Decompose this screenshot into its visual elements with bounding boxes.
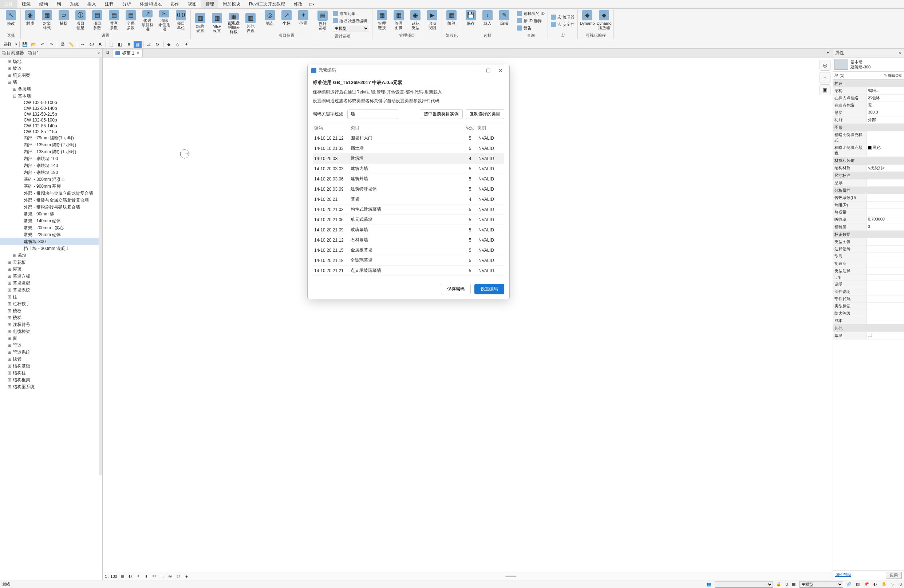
props-close-icon[interactable]: × [899, 50, 902, 56]
ribbon-项目-单位[interactable]: 0.0项目单位 [173, 9, 189, 32]
menu-协作[interactable]: 协作 [166, 0, 183, 8]
tree-node[interactable]: ⊞ 柱 [0, 294, 102, 301]
sun-path-icon[interactable]: ☀ [136, 574, 141, 579]
qat-switch-icon[interactable]: ⇄ [145, 41, 153, 48]
qat-ext2-icon[interactable]: ◇ [174, 41, 182, 48]
status-select-underlay-icon[interactable]: ▨ [855, 582, 861, 587]
prop-row[interactable]: 厚度300.0 [833, 109, 904, 117]
qat-3d-icon[interactable]: ⬚ [107, 41, 115, 48]
prop-group-header[interactable]: 材质和装饰 [833, 157, 904, 164]
tree-node[interactable]: ⊞ 坡道 [0, 65, 102, 72]
prop-row[interactable]: 类型标记 [833, 303, 904, 310]
prop-row[interactable]: 制造商 [833, 260, 904, 268]
ribbon-项目-信息[interactable]: ⓘ项目信息 [73, 9, 89, 32]
nav-wheel-icon[interactable]: ◎ [820, 60, 830, 71]
prop-group-header[interactable]: 其他 [833, 325, 904, 332]
qat-ext1-icon[interactable]: ◆ [165, 41, 173, 48]
tree-node[interactable]: ⊞ 屋顶 [0, 266, 102, 273]
tree-node[interactable]: 常规 - 200mm - 实心 [0, 224, 102, 232]
qat-measure-icon[interactable]: 📏 [67, 41, 75, 48]
tree-node[interactable]: ⊞ 叠层墙 [0, 86, 102, 93]
temp-hide-icon[interactable]: ◎ [175, 574, 181, 579]
prop-row[interactable]: URL [833, 275, 904, 281]
tree-node[interactable]: ⊞ 幕墙 [0, 252, 102, 259]
view-options-icon[interactable]: ▾ [825, 50, 831, 57]
reveal-icon[interactable]: ◈ [183, 574, 189, 579]
resize-grip[interactable] [505, 575, 516, 577]
qat-text-icon[interactable]: A [96, 41, 104, 48]
tree-node[interactable]: 常规 - 225mm 砌体 [0, 232, 102, 238]
copy-selected-button[interactable]: 复制选择的类目 [466, 109, 504, 119]
ribbon-贴花-类型[interactable]: ◉贴花类型 [408, 9, 424, 32]
tree-node[interactable]: ⊞ 注释符号 [0, 321, 102, 328]
menu-overflow-icon[interactable]: ▢▾ [307, 2, 316, 6]
filter-input[interactable] [347, 110, 398, 119]
ribbon-地点[interactable]: ◎地点 [262, 9, 278, 32]
qat-sync-icon[interactable]: ⟳ [153, 41, 162, 48]
prop-row[interactable]: 粗糙度3 [833, 224, 904, 231]
ribbon-Dynamo-播放器[interactable]: ◆Dynamo播放器 [596, 9, 612, 32]
code-table-row[interactable]: 14-10.20.21.09玻璃幕墙5INVALID [313, 225, 504, 235]
prop-row[interactable]: 热质量 [833, 209, 904, 216]
status-editable-icon[interactable]: 🔓 [776, 582, 782, 587]
prop-row[interactable]: 类型图像 [833, 238, 904, 246]
tree-node[interactable]: 常规 - 140mm 砌体 [0, 218, 102, 224]
props-help-link[interactable]: 属性帮助 [835, 572, 851, 579]
prop-row[interactable]: 结构材质<按类别> [833, 164, 904, 172]
prop-group-header[interactable]: 构造 [833, 80, 904, 87]
tree-node[interactable]: ⊞ 结构框架 [0, 377, 102, 383]
menu-分析[interactable]: 分析 [118, 0, 136, 8]
status-filter-icon[interactable]: ▽ [890, 582, 896, 587]
tree-node[interactable]: 外部 - 带砖与金属立筋龙骨复合墙 [0, 197, 102, 204]
tree-node[interactable]: ⊞ 填充图案 [0, 72, 102, 79]
menu-插入[interactable]: 插入 [83, 0, 101, 8]
prop-group-header[interactable]: 标识数据 [833, 231, 904, 238]
code-table-row[interactable]: 14-10.20.21.03构件式建筑幕墙5INVALID [313, 205, 504, 215]
prop-row[interactable]: 注释记号 [833, 246, 904, 253]
tree-node[interactable]: CW 102-85-100p [0, 117, 102, 123]
tree-node[interactable]: CW 102-50-140p [0, 106, 102, 111]
status-drag-icon[interactable]: ✋ [881, 582, 887, 587]
type-selector[interactable]: 基本墙 建筑墙-300 [833, 57, 904, 72]
tree-node[interactable]: ⊞ 窗 [0, 335, 102, 342]
tree-node[interactable]: 基础 - 300mm 混凝土 [0, 176, 102, 183]
menu-修改[interactable]: 修改 [289, 0, 307, 8]
crop-region-icon[interactable]: ⬚ [160, 574, 165, 579]
ribbon-捕捉[interactable]: ⊃捕捉 [56, 9, 72, 32]
crop-icon[interactable]: ✂ [152, 574, 157, 579]
prop-row[interactable]: 部件代码 [833, 295, 904, 303]
tree-node[interactable]: 内部 - 砌块墙 190 [0, 169, 102, 176]
ribbon-vlist-宏 安全性[interactable]: 宏 安全性 [551, 21, 575, 28]
tree-node[interactable]: 挡土墙 - 300mm 混凝土 [0, 245, 102, 252]
tree-node[interactable]: 建筑墙-300 [0, 238, 102, 245]
prop-row[interactable]: 部件说明 [833, 288, 904, 295]
code-table-row[interactable]: 14-10.20.03建筑墙4INVALID [313, 154, 504, 164]
qat-save-icon[interactable]: 💾 [21, 41, 29, 48]
tree-node[interactable]: ⊞ 栏杆扶手 [0, 301, 102, 307]
hide-icon[interactable]: 👁 [168, 574, 173, 579]
menu-附加模块[interactable]: 附加模块 [218, 0, 245, 8]
code-table-row[interactable]: 14-10.20.21幕墙4INVALID [313, 194, 504, 205]
tree-node[interactable]: 内部 - 79mm 隔断(1 小时) [0, 135, 102, 142]
tree-node[interactable]: 内部 - 138mm 隔断(1 小时) [0, 148, 102, 155]
tree-node[interactable]: ⊟ 基本墙 [0, 93, 102, 100]
ribbon-清除-未使用项[interactable]: ✂清除未使用项 [156, 9, 172, 32]
tree-node[interactable]: 内部 - 砌块墙 100 [0, 155, 102, 162]
tree-scrollbar[interactable] [99, 57, 102, 476]
tree-node[interactable]: CW 102-85-215p [0, 129, 102, 135]
code-table-row[interactable]: 14-10.20.21.12石材幕墙5INVALID [313, 235, 504, 245]
ribbon-其他-设置[interactable]: ▦其他设置 [242, 13, 259, 35]
menu-Revit二次开发教程[interactable]: Revit二次开发教程 [245, 0, 289, 8]
qat-dim-icon[interactable]: ↔ [79, 41, 87, 48]
ribbon-坐标[interactable]: ↗坐标 [278, 9, 294, 32]
edit-type-button[interactable]: ✎ 编辑类型 [884, 73, 902, 78]
tree-node[interactable]: 常规 - 90mm 砖 [0, 211, 102, 218]
tree-node[interactable]: 内部 - 135mm 隔断(2 小时) [0, 142, 102, 148]
selection-count[interactable]: 墙 (1) [834, 73, 845, 78]
qat-close-icon[interactable]: ▦ [134, 41, 142, 48]
code-table-row[interactable]: 14-10.10.21.33挡土墙5INVALID [313, 143, 504, 154]
prop-row[interactable]: 粗略比例填充颜色黑色 [833, 144, 904, 157]
tree-node[interactable]: ⊟ 墙 [0, 79, 102, 86]
tree-node[interactable]: ⊞ 幕墙系统 [0, 287, 102, 294]
ribbon-Dynamo[interactable]: ◆Dynamo [579, 9, 595, 32]
